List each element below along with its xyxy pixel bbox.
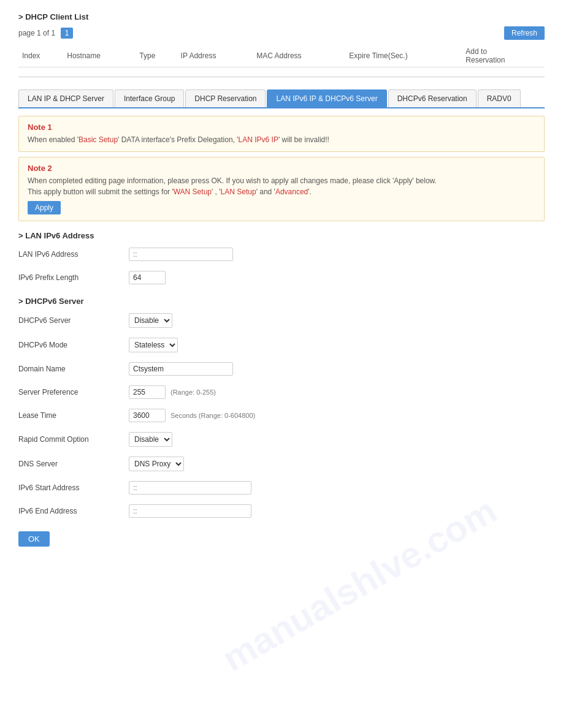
note2-link2: LAN Setup xyxy=(221,188,256,196)
pagination-info: page 1 of 1 1 xyxy=(18,28,73,39)
dhcpv6-server-section-title: > DHCPv6 Server xyxy=(18,297,545,306)
note1-link2: LAN IPv6 IP xyxy=(239,135,278,144)
dhcpv6-server-label: DHCPv6 Server xyxy=(18,316,129,325)
lease-time-label: Lease Time xyxy=(18,411,129,420)
rapid-commit-select[interactable]: Disable Enable xyxy=(129,432,172,447)
lan-ipv6-address-label: LAN IPv6 Address xyxy=(18,250,129,259)
apply-button[interactable]: Apply xyxy=(28,201,61,214)
note2-title: Note 2 xyxy=(28,164,535,173)
ipv6-end-address-input[interactable] xyxy=(129,504,251,518)
note1-text: When enabled 'Basic Setup' DATA interfac… xyxy=(28,134,535,145)
tab-lan-ipv6-dhcpv6[interactable]: LAN IPv6 IP & DHCPv6 Server xyxy=(267,89,386,107)
lan-ipv6-address-input[interactable] xyxy=(129,248,233,261)
domain-name-row: Domain Name xyxy=(18,360,545,378)
col-index: Index xyxy=(18,45,63,67)
ipv6-end-address-label: IPv6 End Address xyxy=(18,507,129,515)
col-expire-time: Expire Time(Sec.) xyxy=(345,45,462,67)
tab-interface-group[interactable]: Interface Group xyxy=(115,89,184,107)
dhcp-client-table: Index Hostname Type IP Address MAC Addre… xyxy=(18,45,545,67)
page-number-button[interactable]: 1 xyxy=(61,28,74,39)
tabs-row: LAN IP & DHCP Server Interface Group DHC… xyxy=(18,89,545,108)
dns-server-row: DNS Server DNS Proxy Manual xyxy=(18,454,545,474)
note2-text2: This apply button will submit the settin… xyxy=(28,186,535,197)
dhcpv6-mode-select[interactable]: Stateless Stateful xyxy=(129,338,178,352)
note1-box: Note 1 When enabled 'Basic Setup' DATA i… xyxy=(18,116,545,152)
server-preference-row: Server Preference (Range: 0-255) xyxy=(18,383,545,401)
refresh-button[interactable]: Refresh xyxy=(504,26,545,40)
lease-time-input[interactable] xyxy=(129,409,166,422)
dhcpv6-server-row: DHCPv6 Server Disable Enable xyxy=(18,311,545,330)
rapid-commit-row: Rapid Commit Option Disable Enable xyxy=(18,430,545,449)
ipv6-prefix-length-row: IPv6 Prefix Length xyxy=(18,268,545,287)
tab-radv0[interactable]: RADV0 xyxy=(478,89,521,107)
note2-text1: When completed editing page information,… xyxy=(28,175,535,186)
lease-time-hint: Seconds (Range: 0-604800) xyxy=(170,412,255,419)
dhcpv6-server-select[interactable]: Disable Enable xyxy=(129,313,172,328)
ipv6-prefix-length-input[interactable] xyxy=(129,271,166,284)
tab-lan-ip-dhcp[interactable]: LAN IP & DHCP Server xyxy=(18,89,113,107)
dhcpv6-mode-label: DHCPv6 Mode xyxy=(18,341,129,349)
note1-title: Note 1 xyxy=(28,123,535,132)
col-ip-address: IP Address xyxy=(177,45,253,67)
lan-ipv6-section-title: > LAN IPv6 Address xyxy=(18,231,545,240)
col-mac-address: MAC Address xyxy=(253,45,345,67)
note2-link1: WAN Setup xyxy=(174,188,212,196)
server-preference-label: Server Preference xyxy=(18,388,129,396)
divider xyxy=(18,77,545,77)
rapid-commit-label: Rapid Commit Option xyxy=(18,435,129,444)
col-add-reservation: Add toReservation xyxy=(462,45,545,67)
lan-ipv6-address-row: LAN IPv6 Address xyxy=(18,245,545,264)
ipv6-prefix-length-label: IPv6 Prefix Length xyxy=(18,273,129,282)
tab-dhcp-reservation[interactable]: DHCP Reservation xyxy=(185,89,266,107)
dhcpv6-mode-row: DHCPv6 Mode Stateless Stateful xyxy=(18,335,545,355)
note2-box: Note 2 When completed editing page infor… xyxy=(18,157,545,221)
col-type: Type xyxy=(136,45,177,67)
ipv6-start-address-row: IPv6 Start Address xyxy=(18,479,545,497)
dns-server-label: DNS Server xyxy=(18,460,129,468)
domain-name-label: Domain Name xyxy=(18,365,129,373)
ok-button[interactable]: OK xyxy=(18,531,50,547)
tab-dhcpv6-reservation[interactable]: DHCPv6 Reservation xyxy=(388,89,477,107)
col-hostname: Hostname xyxy=(63,45,136,67)
ipv6-start-address-label: IPv6 Start Address xyxy=(18,483,129,492)
dhcp-client-list-title: > DHCP Client List xyxy=(18,12,545,21)
ipv6-end-address-row: IPv6 End Address xyxy=(18,502,545,520)
server-preference-input[interactable] xyxy=(129,385,166,399)
server-preference-hint: (Range: 0-255) xyxy=(170,389,216,396)
note2-link3: Advanced xyxy=(275,188,308,196)
lease-time-row: Lease Time Seconds (Range: 0-604800) xyxy=(18,406,545,425)
domain-name-input[interactable] xyxy=(129,362,233,376)
dns-server-select[interactable]: DNS Proxy Manual xyxy=(129,457,184,471)
note1-link1: Basic Setup xyxy=(79,135,118,144)
dhcp-client-list-section: > DHCP Client List page 1 of 1 1 Refresh… xyxy=(18,12,545,67)
ipv6-start-address-input[interactable] xyxy=(129,481,251,495)
